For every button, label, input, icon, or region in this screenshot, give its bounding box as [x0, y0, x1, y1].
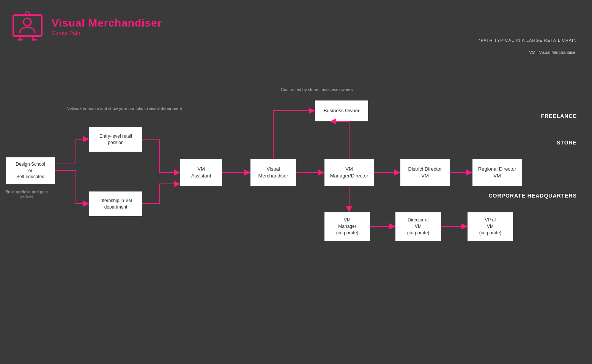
vm-assistant-box: VM Assistant	[180, 159, 222, 186]
district-director-box: District Director VM	[400, 159, 450, 186]
vm-manager-corporate-label: VM Manager (corporate)	[336, 217, 359, 236]
regional-director-label: Regional Director VM	[478, 166, 516, 179]
network-label: Network in-house and show your portfolio…	[66, 106, 182, 111]
logo-icon	[11, 11, 46, 42]
director-vm-corporate-box: Director of VM (corporate)	[395, 212, 441, 241]
app-subtitle: Career Path	[52, 30, 162, 36]
svg-point-1	[24, 18, 31, 26]
internship-label: Internship in VM department	[99, 198, 132, 210]
corporate-label: CORPORATE HEADQUARTERS	[488, 193, 577, 199]
entry-level-label: Entry-level retail position	[99, 133, 132, 146]
vm-note: VM - Visual Merchandiser	[479, 50, 577, 55]
visual-merchandiser-label: Visual Merchandiser	[258, 166, 288, 179]
regional-director-box: Regional Director VM	[472, 159, 522, 186]
vp-vm-corporate-box: VP of VM (corporate)	[468, 212, 513, 241]
freelance-label: FREELANCE	[541, 113, 577, 119]
vm-assistant-label: VM Assistant	[191, 166, 211, 179]
visual-merchandiser-box: Visual Merchandiser	[250, 159, 296, 186]
app-title: Visual Merchandiser	[52, 17, 162, 29]
district-director-label: District Director VM	[408, 166, 442, 179]
diagram: FREELANCE STORE CORPORATE HEADQUARTERS N…	[0, 83, 592, 364]
vm-manager-director-box: VM Manager/Director	[324, 159, 374, 186]
design-school-label: Design School or Self-educated	[16, 161, 45, 180]
path-note: *PATH TYPICAL IN A LARGE RETAIL CHAIN	[479, 38, 577, 42]
top-right-notes: *PATH TYPICAL IN A LARGE RETAIL CHAIN VM…	[479, 38, 577, 55]
store-label: STORE	[557, 140, 577, 146]
contracted-label: Contracted by stores, business owners	[281, 87, 353, 92]
header-text: Visual Merchandiser Career Path	[52, 17, 162, 36]
vp-vm-corporate-label: VP of VM (corporate)	[479, 217, 502, 236]
business-owner-label: Business Owner	[324, 107, 360, 114]
internship-box: Internship in VM department	[89, 191, 142, 216]
build-label: Build portfolio and gain skillset	[4, 190, 49, 199]
header: Visual Merchandiser Career Path	[11, 11, 162, 42]
vm-manager-corporate-box: VM Manager (corporate)	[324, 212, 370, 241]
entry-level-box: Entry-level retail position	[89, 127, 142, 152]
business-owner-box: Business Owner	[315, 100, 368, 121]
vm-manager-director-label: VM Manager/Director	[330, 166, 368, 179]
design-school-box: Design School or Self-educated	[6, 157, 55, 184]
director-vm-corporate-label: Director of VM (corporate)	[407, 217, 430, 236]
